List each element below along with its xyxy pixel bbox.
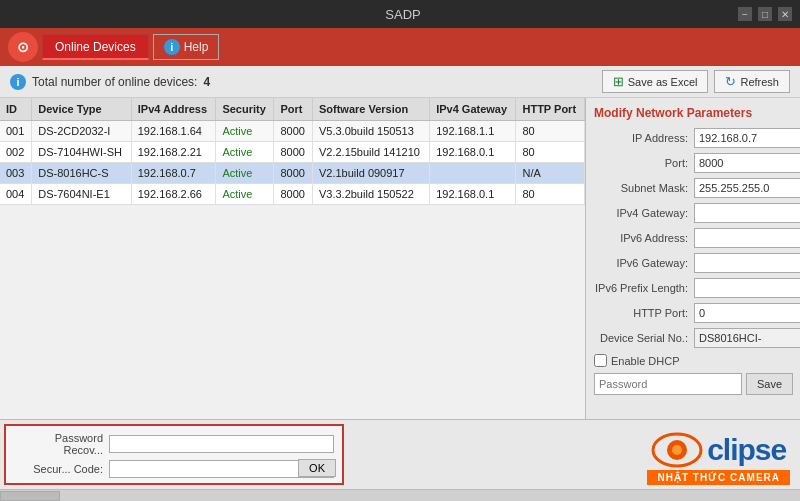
http-port-input[interactable] bbox=[694, 303, 800, 323]
ipv6-prefix-input[interactable] bbox=[694, 278, 800, 298]
table-cell: 003 bbox=[0, 163, 32, 184]
col-gateway: IPv4 Gateway bbox=[430, 98, 516, 121]
password-recovery-row: Password Recov... bbox=[14, 432, 334, 456]
close-button[interactable]: ✕ bbox=[778, 7, 792, 21]
table-cell: 80 bbox=[516, 142, 585, 163]
online-devices-label: Online Devices bbox=[55, 40, 136, 54]
table-cell: DS-7604NI-E1 bbox=[32, 184, 132, 205]
table-cell: 001 bbox=[0, 121, 32, 142]
clipse-branding: clipse NHẬT THỨC CAMERA bbox=[647, 430, 790, 485]
port-input[interactable] bbox=[694, 153, 800, 173]
table-row[interactable]: 002DS-7104HWI-SH192.168.2.21Active8000V2… bbox=[0, 142, 585, 163]
ipv6-address-label: IPv6 Address: bbox=[594, 232, 694, 244]
serial-no-label: Device Serial No.: bbox=[594, 332, 694, 344]
password-recovery-panel: Password Recov... Secur... Code: OK bbox=[4, 424, 344, 485]
panel-title: Modify Network Parameters bbox=[594, 106, 792, 120]
table-cell: DS-7104HWI-SH bbox=[32, 142, 132, 163]
table-row[interactable]: 004DS-7604NI-E1192.168.2.66Active8000V3.… bbox=[0, 184, 585, 205]
save-excel-button[interactable]: ⊞ Save as Excel bbox=[602, 70, 709, 93]
subnet-mask-label: Subnet Mask: bbox=[594, 182, 694, 194]
help-label: Help bbox=[184, 40, 209, 54]
clipse-logo-row: clipse bbox=[651, 430, 786, 470]
table-cell: V2.2.15build 141210 bbox=[312, 142, 429, 163]
subnet-mask-input[interactable] bbox=[694, 178, 800, 198]
ipv4-gateway-row: IPv4 Gateway: bbox=[594, 203, 792, 223]
serial-no-row: Device Serial No.: bbox=[594, 328, 792, 348]
password-recovery-input[interactable] bbox=[109, 435, 334, 453]
table-cell: Active bbox=[216, 142, 274, 163]
refresh-button[interactable]: ↻ Refresh bbox=[714, 70, 790, 93]
scrollbar-thumb[interactable] bbox=[0, 491, 60, 501]
ipv6-gateway-input[interactable] bbox=[694, 253, 800, 273]
app-icon: ⊙ bbox=[8, 32, 38, 62]
password-recovery-label: Password Recov... bbox=[14, 432, 109, 456]
svg-point-2 bbox=[672, 445, 682, 455]
table-row[interactable]: 003DS-8016HC-S192.168.0.7Active8000V2.1b… bbox=[0, 163, 585, 184]
ipv4-gateway-label: IPv4 Gateway: bbox=[594, 207, 694, 219]
dhcp-row: Enable DHCP bbox=[594, 354, 792, 367]
devices-table: ID Device Type IPv4 Address Security Por… bbox=[0, 98, 585, 205]
ok-button[interactable]: OK bbox=[298, 459, 336, 477]
http-port-row: HTTP Port: bbox=[594, 303, 792, 323]
table-row[interactable]: 001DS-2CD2032-I192.168.1.64Active8000V5.… bbox=[0, 121, 585, 142]
http-port-label: HTTP Port: bbox=[594, 307, 694, 319]
content-split: ID Device Type IPv4 Address Security Por… bbox=[0, 98, 800, 419]
table-cell: Active bbox=[216, 121, 274, 142]
status-bar: i Total number of online devices: 4 ⊞ Sa… bbox=[0, 66, 800, 98]
help-button[interactable]: i Help bbox=[153, 34, 220, 60]
device-count: 4 bbox=[203, 75, 210, 89]
ipv6-address-input[interactable] bbox=[694, 228, 800, 248]
table-cell: DS-8016HC-S bbox=[32, 163, 132, 184]
security-code-row: Secur... Code: bbox=[14, 460, 334, 478]
ipv6-gateway-row: IPv6 Gateway: bbox=[594, 253, 792, 273]
table-cell: 8000 bbox=[274, 163, 313, 184]
ipv6-prefix-row: IPv6 Prefix Length: bbox=[594, 278, 792, 298]
table-cell: 192.168.2.21 bbox=[131, 142, 216, 163]
minimize-button[interactable]: − bbox=[738, 7, 752, 21]
table-cell: V3.3.2build 150522 bbox=[312, 184, 429, 205]
title-bar: SADP − □ ✕ bbox=[0, 0, 800, 28]
table-cell: Active bbox=[216, 163, 274, 184]
ip-address-input[interactable] bbox=[694, 128, 800, 148]
right-panel: Modify Network Parameters IP Address: Po… bbox=[585, 98, 800, 419]
password-input[interactable] bbox=[594, 373, 742, 395]
save-button[interactable]: Save bbox=[746, 373, 793, 395]
enable-dhcp-label: Enable DHCP bbox=[611, 355, 679, 367]
table-cell: 002 bbox=[0, 142, 32, 163]
password-row: Save bbox=[594, 373, 792, 395]
tagline-text: NHẬT THỨC CAMERA bbox=[647, 470, 790, 485]
ipv6-gateway-label: IPv6 Gateway: bbox=[594, 257, 694, 269]
window-controls[interactable]: − □ ✕ bbox=[738, 7, 792, 21]
col-device-type: Device Type bbox=[32, 98, 132, 121]
bottom-area: Password Recov... Secur... Code: OK bbox=[0, 419, 800, 489]
device-count-area: i Total number of online devices: 4 bbox=[10, 74, 210, 90]
ipv6-prefix-label: IPv6 Prefix Length: bbox=[594, 282, 694, 294]
help-icon: i bbox=[164, 39, 180, 55]
table-cell: 004 bbox=[0, 184, 32, 205]
horizontal-scrollbar[interactable] bbox=[0, 489, 800, 501]
serial-no-input bbox=[694, 328, 800, 348]
status-actions: ⊞ Save as Excel ↻ Refresh bbox=[602, 70, 790, 93]
col-ipv4: IPv4 Address bbox=[131, 98, 216, 121]
table-area: ID Device Type IPv4 Address Security Por… bbox=[0, 98, 585, 419]
save-excel-label: Save as Excel bbox=[628, 76, 698, 88]
table-cell: 8000 bbox=[274, 121, 313, 142]
ip-address-row: IP Address: bbox=[594, 128, 792, 148]
table-cell: 80 bbox=[516, 121, 585, 142]
table-cell: N/A bbox=[516, 163, 585, 184]
toolbar: ⊙ Online Devices i Help bbox=[0, 28, 800, 66]
clipse-text: clipse bbox=[707, 433, 786, 467]
clipse-icon bbox=[651, 430, 703, 470]
restore-button[interactable]: □ bbox=[758, 7, 772, 21]
table-cell: 192.168.1.1 bbox=[430, 121, 516, 142]
port-row: Port: bbox=[594, 153, 792, 173]
table-cell: 8000 bbox=[274, 142, 313, 163]
table-cell: 192.168.2.66 bbox=[131, 184, 216, 205]
ipv4-gateway-input[interactable] bbox=[694, 203, 800, 223]
col-security: Security bbox=[216, 98, 274, 121]
table-cell: Active bbox=[216, 184, 274, 205]
ipv6-address-row: IPv6 Address: bbox=[594, 228, 792, 248]
enable-dhcp-checkbox[interactable] bbox=[594, 354, 607, 367]
online-devices-button[interactable]: Online Devices bbox=[42, 34, 149, 60]
table-cell: V5.3.0build 150513 bbox=[312, 121, 429, 142]
